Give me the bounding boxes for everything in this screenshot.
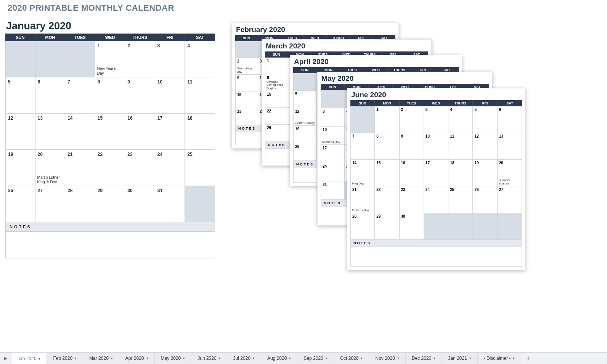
day-number: 16 — [127, 115, 132, 121]
day-number: 17 — [157, 115, 162, 121]
calendar-cell: 13 — [35, 114, 66, 150]
calendar-cell: 29 — [95, 186, 125, 222]
chevron-down-icon[interactable]: ▾ — [183, 356, 185, 360]
day-number: 12 — [295, 109, 299, 114]
day-number: 6 — [38, 79, 40, 85]
day-number: 1 — [267, 59, 269, 63]
sheet-tab[interactable]: Feb 2020▾ — [47, 353, 83, 364]
day-number: 19 — [474, 161, 479, 165]
calendar-cell: 7 — [65, 77, 95, 114]
chevron-down-icon[interactable]: ▾ — [434, 356, 435, 360]
chevron-down-icon[interactable]: ▾ — [75, 356, 77, 360]
chevron-down-icon[interactable]: ▾ — [326, 356, 328, 360]
sheet-tab[interactable]: Nov 2020▾ — [369, 353, 405, 364]
day-number: 8 — [376, 134, 379, 138]
chevron-down-icon[interactable]: ▾ — [397, 356, 399, 360]
sheet-tab-label: Jan 2021 — [448, 356, 467, 361]
chevron-down-icon[interactable]: ▾ — [146, 356, 148, 360]
calendar-cell: 7 — [350, 133, 375, 160]
chevron-down-icon[interactable]: ▾ — [513, 356, 515, 360]
sheet-tab[interactable]: Jun 2020▾ — [191, 353, 227, 364]
day-number: 17 — [426, 161, 430, 165]
chevron-down-icon[interactable]: ▾ — [289, 356, 291, 360]
day-number: 24 — [323, 164, 327, 168]
day-number: 16 — [401, 161, 405, 165]
calendar-cell-blank — [321, 90, 345, 108]
calendar-cell: 21Father's Day — [350, 186, 375, 213]
day-number: 15 — [376, 161, 381, 165]
calendar-cell: 27 — [498, 186, 522, 213]
calendar-cell: 29 — [375, 213, 399, 240]
calendar-cell: 23 — [400, 186, 424, 213]
day-number: 1 — [98, 43, 100, 48]
day-number: 5 — [474, 107, 477, 112]
chevron-down-icon[interactable]: ▾ — [361, 356, 363, 360]
day-number: 3 — [157, 43, 160, 48]
day-number: 20 — [38, 152, 43, 157]
day-number: 2 — [237, 59, 239, 63]
day-number: 2 — [401, 107, 403, 112]
day-number: 28 — [352, 214, 356, 218]
sheet-tab[interactable]: Jul 2020▾ — [227, 353, 261, 364]
calendar-cell: 21 — [65, 150, 95, 186]
event-label: New Year's Day — [97, 67, 124, 75]
calendar-cell: 10 — [155, 77, 185, 114]
day-header-cell: THURS — [125, 34, 155, 41]
sheet-tab[interactable]: Oct 2020▾ — [334, 353, 369, 364]
chevron-down-icon[interactable]: ▾ — [111, 356, 113, 360]
day-number: 18 — [450, 161, 454, 165]
calendar-cell: 2Groundhog Day — [235, 58, 258, 75]
chevron-down-icon[interactable]: ▾ — [253, 356, 255, 360]
sheet-tab[interactable]: Sep 2020▾ — [297, 353, 334, 364]
sheet-tab-label: Feb 2020 — [53, 356, 72, 361]
event-label: Daylight Saving Time Begins — [267, 80, 287, 90]
day-number: 20 — [499, 161, 503, 165]
day-header-row: SUNMONTUESWEDTHURSFRISAT — [5, 34, 215, 41]
day-number: 26 — [295, 144, 299, 149]
day-number: 22 — [267, 109, 271, 113]
sheet-tab[interactable]: - Disclaimer -▾ — [478, 353, 522, 364]
day-header-cell: SUN — [265, 51, 288, 58]
day-number: 31 — [157, 188, 162, 193]
calendar-cell: 24 — [155, 150, 185, 186]
day-number: 29 — [98, 188, 103, 193]
day-number: 7 — [352, 134, 355, 138]
day-number: 9 — [127, 79, 130, 85]
calendar-cell: 14Flag Day — [350, 160, 375, 186]
event-label: Flag Day — [352, 182, 374, 185]
calendar-cell: 5 — [293, 91, 317, 108]
sheet-tab[interactable]: Apr 2020▾ — [119, 353, 155, 364]
day-header-cell: SUN — [293, 67, 317, 73]
calendar-cell-blank — [448, 213, 473, 240]
calendar-cell: 20Martin Luther King Jr Day — [35, 150, 66, 186]
calendar-january: January 2020 SUNMONTUESWEDTHURSFRISAT 1N… — [5, 20, 215, 258]
sheet-tab[interactable]: Mar 2020▾ — [83, 353, 119, 364]
day-header-cell: TUES — [65, 34, 95, 41]
chevron-down-icon[interactable]: ▾ — [469, 356, 471, 360]
sheet-tab[interactable]: Dec 2020▾ — [406, 353, 442, 364]
calendar-cell: 31 — [155, 186, 185, 222]
sheet-tab[interactable]: Aug 2020▾ — [261, 353, 297, 364]
add-sheet-button[interactable]: + — [521, 353, 535, 364]
calendar-grid: 1234567891011121314Flag Day151617181920S… — [350, 106, 522, 240]
event-label: Groundhog Day — [237, 67, 257, 74]
calendar-cell: 25 — [448, 186, 473, 213]
chevron-down-icon[interactable]: ▾ — [219, 356, 221, 360]
day-header-cell: THURS — [448, 100, 473, 106]
calendar-cell: 25 — [185, 150, 215, 186]
tab-nav-icon[interactable]: ▶ — [0, 353, 11, 364]
calendar-cell: 28 — [65, 186, 95, 222]
month-title: June 2020 — [351, 91, 522, 99]
chevron-down-icon[interactable]: ▾ — [39, 357, 40, 361]
sheet-tab[interactable]: Jan 2021▾ — [442, 353, 477, 364]
calendar-cell: 2 — [400, 106, 424, 133]
sheet-tab[interactable]: Jan 2020▾ — [11, 353, 47, 364]
day-number: 13 — [38, 115, 43, 121]
day-number: 24 — [157, 152, 162, 157]
calendar-cell: 16 — [125, 114, 155, 150]
day-header-cell: FRI — [473, 100, 497, 106]
calendar-cell-blank — [185, 186, 215, 222]
calendar-cell: 30 — [125, 186, 155, 222]
sheet-tab[interactable]: May 2020▾ — [155, 353, 192, 364]
calendar-cell: 9 — [400, 133, 424, 160]
